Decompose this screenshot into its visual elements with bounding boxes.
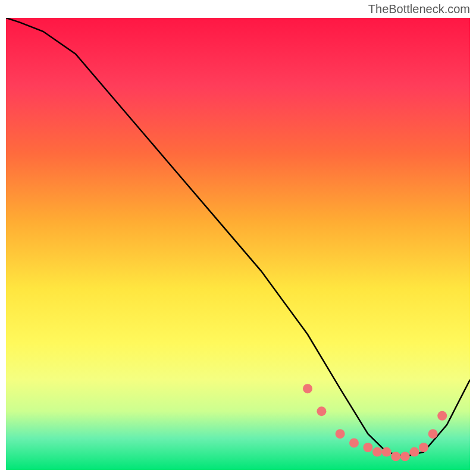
marker-dot (400, 452, 410, 461)
watermark-text: TheBottleneck.com (368, 2, 470, 16)
chart-container (6, 18, 470, 470)
marker-dot (372, 447, 382, 457)
marker-dot (409, 447, 419, 457)
marker-dot (363, 443, 372, 452)
marker-dot (391, 452, 400, 461)
marker-dot (437, 411, 447, 421)
marker-dot (428, 429, 438, 439)
marker-dot (382, 447, 392, 457)
marker-dot (349, 438, 359, 447)
chart-svg (6, 18, 470, 470)
marker-dot (419, 443, 428, 452)
marker-dot (303, 384, 312, 393)
marker-dot (336, 429, 345, 439)
marker-dot (317, 406, 326, 416)
